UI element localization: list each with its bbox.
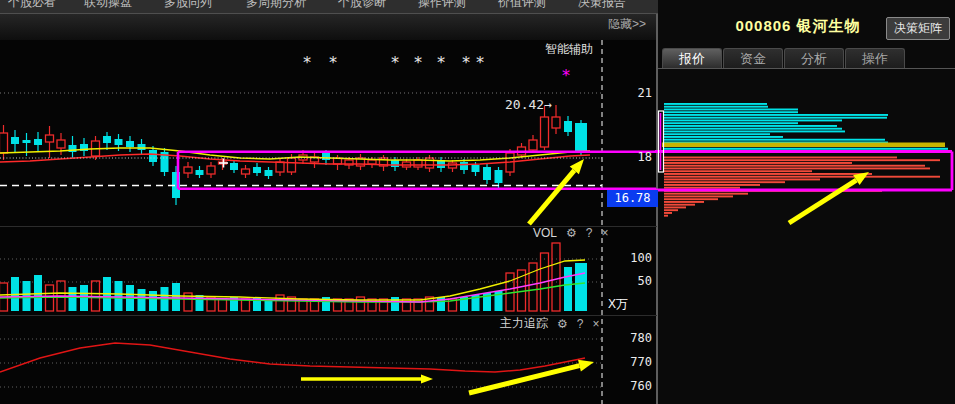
menu-item[interactable]: 操作评测 (418, 0, 466, 11)
high-price-value: 20.42 (505, 97, 544, 112)
menu-item[interactable]: 联动操盘 (84, 0, 132, 11)
volume-title: VOL (533, 226, 557, 240)
gear-icon[interactable]: ⚙ (566, 226, 577, 240)
track-axis-770: 770 (620, 355, 652, 369)
help-icon[interactable]: ? (586, 226, 593, 240)
help-icon[interactable]: ? (577, 317, 584, 331)
tab-funds[interactable]: 资金 (723, 48, 783, 69)
price-axis-18: 18 (620, 150, 652, 164)
close-icon[interactable]: × (601, 226, 608, 240)
menu-item[interactable]: 个股必看 (8, 0, 56, 11)
tracking-title: 主力追踪 (500, 315, 548, 332)
tab-operate[interactable]: 操作 (845, 48, 905, 69)
price-axis-21: 21 (620, 86, 652, 100)
menu-item[interactable]: 多周期分析 (246, 0, 306, 11)
tab-analysis[interactable]: 分析 (784, 48, 844, 69)
menu-item[interactable]: 决策报告 (578, 0, 626, 11)
tab-underline (658, 68, 955, 69)
high-price-label: 20.42→ (505, 97, 552, 112)
current-price-tag: 16.78 (607, 190, 658, 207)
menu-item[interactable]: 价值评测 (498, 0, 546, 11)
kline-pane[interactable] (0, 40, 602, 226)
tab-quote[interactable]: 报价 (662, 48, 722, 69)
vol-axis-100: 100 (620, 251, 652, 265)
stock-name: 银河生物 (797, 17, 861, 34)
close-icon[interactable]: × (592, 317, 599, 331)
vol-axis-50: 50 (620, 274, 652, 288)
hide-panel-button[interactable]: 隐藏>> (608, 16, 646, 33)
top-menu-bar: 个股必看 联动操盘 多股同列 多周期分析 个股诊断 操作评测 价值评测 决策报告 (0, 0, 658, 13)
tab-bar: 报价 资金 分析 操作 (658, 48, 955, 69)
gear-icon[interactable]: ⚙ (557, 317, 568, 331)
vol-unit-label: X万 (608, 296, 628, 313)
volume-pane[interactable] (0, 226, 602, 315)
tracking-header: 主力追踪 ⚙ ? × (500, 315, 599, 332)
menu-item[interactable]: 多股同列 (164, 0, 212, 11)
right-arrow-glyph: → (544, 97, 552, 112)
track-axis-760: 760 (620, 379, 652, 393)
quote-panel: 000806 银河生物 决策矩阵 报价 资金 分析 操作 (658, 0, 955, 404)
track-axis-780: 780 (620, 331, 652, 345)
volume-header: VOL ⚙ ? × (533, 226, 608, 240)
chart-toolbar-strip (0, 14, 656, 40)
depth-chart[interactable] (658, 69, 955, 404)
menu-item[interactable]: 个股诊断 (338, 0, 386, 11)
app-window: 个股必看 联动操盘 多股同列 多周期分析 个股诊断 操作评测 价值评测 决策报告… (0, 0, 955, 404)
smart-assist-label: 智能辅助 (545, 41, 593, 58)
stock-code: 000806 (735, 17, 791, 34)
stock-title: 000806 银河生物 (688, 17, 908, 36)
decision-matrix-button[interactable]: 决策矩阵 (886, 17, 950, 40)
